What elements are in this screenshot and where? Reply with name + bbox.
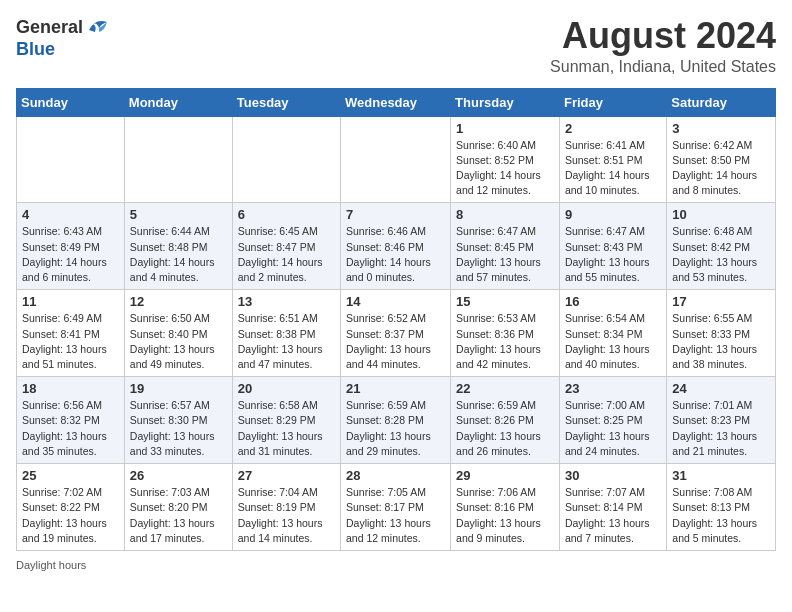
day-number: 15 — [456, 294, 554, 309]
calendar-day-header: Saturday — [667, 88, 776, 116]
day-info: Sunrise: 6:52 AM Sunset: 8:37 PM Dayligh… — [346, 311, 445, 372]
day-number: 14 — [346, 294, 445, 309]
calendar-week-row: 25Sunrise: 7:02 AM Sunset: 8:22 PM Dayli… — [17, 464, 776, 551]
day-info: Sunrise: 7:08 AM Sunset: 8:13 PM Dayligh… — [672, 485, 770, 546]
day-number: 6 — [238, 207, 335, 222]
day-number: 26 — [130, 468, 227, 483]
calendar-cell: 23Sunrise: 7:00 AM Sunset: 8:25 PM Dayli… — [559, 377, 666, 464]
day-number: 5 — [130, 207, 227, 222]
day-info: Sunrise: 6:57 AM Sunset: 8:30 PM Dayligh… — [130, 398, 227, 459]
calendar-cell: 15Sunrise: 6:53 AM Sunset: 8:36 PM Dayli… — [451, 290, 560, 377]
day-info: Sunrise: 6:42 AM Sunset: 8:50 PM Dayligh… — [672, 138, 770, 199]
logo-bird-icon — [87, 16, 109, 36]
day-info: Sunrise: 6:53 AM Sunset: 8:36 PM Dayligh… — [456, 311, 554, 372]
footer: Daylight hours — [16, 559, 776, 571]
day-number: 21 — [346, 381, 445, 396]
day-number: 4 — [22, 207, 119, 222]
day-number: 3 — [672, 121, 770, 136]
calendar-cell — [124, 116, 232, 203]
day-info: Sunrise: 7:02 AM Sunset: 8:22 PM Dayligh… — [22, 485, 119, 546]
day-number: 20 — [238, 381, 335, 396]
calendar-cell: 27Sunrise: 7:04 AM Sunset: 8:19 PM Dayli… — [232, 464, 340, 551]
day-info: Sunrise: 6:58 AM Sunset: 8:29 PM Dayligh… — [238, 398, 335, 459]
day-info: Sunrise: 6:47 AM Sunset: 8:43 PM Dayligh… — [565, 224, 661, 285]
day-number: 24 — [672, 381, 770, 396]
calendar-day-header: Wednesday — [341, 88, 451, 116]
day-info: Sunrise: 7:03 AM Sunset: 8:20 PM Dayligh… — [130, 485, 227, 546]
day-number: 11 — [22, 294, 119, 309]
day-info: Sunrise: 7:07 AM Sunset: 8:14 PM Dayligh… — [565, 485, 661, 546]
calendar-cell: 31Sunrise: 7:08 AM Sunset: 8:13 PM Dayli… — [667, 464, 776, 551]
main-title: August 2024 — [550, 16, 776, 56]
day-info: Sunrise: 6:49 AM Sunset: 8:41 PM Dayligh… — [22, 311, 119, 372]
calendar-cell: 11Sunrise: 6:49 AM Sunset: 8:41 PM Dayli… — [17, 290, 125, 377]
page-header: General Blue August 2024 Sunman, Indiana… — [16, 16, 776, 76]
day-info: Sunrise: 7:01 AM Sunset: 8:23 PM Dayligh… — [672, 398, 770, 459]
calendar-cell: 25Sunrise: 7:02 AM Sunset: 8:22 PM Dayli… — [17, 464, 125, 551]
calendar-cell: 9Sunrise: 6:47 AM Sunset: 8:43 PM Daylig… — [559, 203, 666, 290]
day-number: 1 — [456, 121, 554, 136]
calendar-cell: 28Sunrise: 7:05 AM Sunset: 8:17 PM Dayli… — [341, 464, 451, 551]
calendar-cell: 19Sunrise: 6:57 AM Sunset: 8:30 PM Dayli… — [124, 377, 232, 464]
calendar-cell: 8Sunrise: 6:47 AM Sunset: 8:45 PM Daylig… — [451, 203, 560, 290]
calendar-cell: 14Sunrise: 6:52 AM Sunset: 8:37 PM Dayli… — [341, 290, 451, 377]
calendar-cell: 18Sunrise: 6:56 AM Sunset: 8:32 PM Dayli… — [17, 377, 125, 464]
day-number: 31 — [672, 468, 770, 483]
calendar-cell: 12Sunrise: 6:50 AM Sunset: 8:40 PM Dayli… — [124, 290, 232, 377]
calendar-cell: 10Sunrise: 6:48 AM Sunset: 8:42 PM Dayli… — [667, 203, 776, 290]
calendar-cell: 20Sunrise: 6:58 AM Sunset: 8:29 PM Dayli… — [232, 377, 340, 464]
calendar-cell: 16Sunrise: 6:54 AM Sunset: 8:34 PM Dayli… — [559, 290, 666, 377]
day-info: Sunrise: 6:44 AM Sunset: 8:48 PM Dayligh… — [130, 224, 227, 285]
day-number: 17 — [672, 294, 770, 309]
calendar-week-row: 11Sunrise: 6:49 AM Sunset: 8:41 PM Dayli… — [17, 290, 776, 377]
day-number: 2 — [565, 121, 661, 136]
calendar-cell — [341, 116, 451, 203]
day-info: Sunrise: 6:54 AM Sunset: 8:34 PM Dayligh… — [565, 311, 661, 372]
title-area: August 2024 Sunman, Indiana, United Stat… — [550, 16, 776, 76]
calendar-cell: 5Sunrise: 6:44 AM Sunset: 8:48 PM Daylig… — [124, 203, 232, 290]
day-info: Sunrise: 6:47 AM Sunset: 8:45 PM Dayligh… — [456, 224, 554, 285]
day-number: 28 — [346, 468, 445, 483]
logo-general-text: General — [16, 18, 83, 38]
day-info: Sunrise: 7:06 AM Sunset: 8:16 PM Dayligh… — [456, 485, 554, 546]
calendar-header-row: SundayMondayTuesdayWednesdayThursdayFrid… — [17, 88, 776, 116]
day-info: Sunrise: 6:55 AM Sunset: 8:33 PM Dayligh… — [672, 311, 770, 372]
day-number: 18 — [22, 381, 119, 396]
daylight-label: Daylight hours — [16, 559, 86, 571]
day-number: 30 — [565, 468, 661, 483]
calendar-cell: 13Sunrise: 6:51 AM Sunset: 8:38 PM Dayli… — [232, 290, 340, 377]
calendar-cell: 21Sunrise: 6:59 AM Sunset: 8:28 PM Dayli… — [341, 377, 451, 464]
day-info: Sunrise: 6:59 AM Sunset: 8:28 PM Dayligh… — [346, 398, 445, 459]
day-info: Sunrise: 6:48 AM Sunset: 8:42 PM Dayligh… — [672, 224, 770, 285]
calendar-day-header: Monday — [124, 88, 232, 116]
day-info: Sunrise: 6:45 AM Sunset: 8:47 PM Dayligh… — [238, 224, 335, 285]
day-info: Sunrise: 6:41 AM Sunset: 8:51 PM Dayligh… — [565, 138, 661, 199]
day-info: Sunrise: 6:43 AM Sunset: 8:49 PM Dayligh… — [22, 224, 119, 285]
logo-blue-text: Blue — [16, 40, 109, 60]
calendar-cell: 6Sunrise: 6:45 AM Sunset: 8:47 PM Daylig… — [232, 203, 340, 290]
day-info: Sunrise: 6:40 AM Sunset: 8:52 PM Dayligh… — [456, 138, 554, 199]
day-number: 16 — [565, 294, 661, 309]
calendar-table: SundayMondayTuesdayWednesdayThursdayFrid… — [16, 88, 776, 551]
day-number: 13 — [238, 294, 335, 309]
calendar-cell: 29Sunrise: 7:06 AM Sunset: 8:16 PM Dayli… — [451, 464, 560, 551]
calendar-day-header: Thursday — [451, 88, 560, 116]
day-info: Sunrise: 6:51 AM Sunset: 8:38 PM Dayligh… — [238, 311, 335, 372]
day-number: 12 — [130, 294, 227, 309]
calendar-week-row: 1Sunrise: 6:40 AM Sunset: 8:52 PM Daylig… — [17, 116, 776, 203]
day-number: 25 — [22, 468, 119, 483]
day-number: 10 — [672, 207, 770, 222]
calendar-cell: 3Sunrise: 6:42 AM Sunset: 8:50 PM Daylig… — [667, 116, 776, 203]
day-number: 22 — [456, 381, 554, 396]
day-info: Sunrise: 6:59 AM Sunset: 8:26 PM Dayligh… — [456, 398, 554, 459]
calendar-cell: 1Sunrise: 6:40 AM Sunset: 8:52 PM Daylig… — [451, 116, 560, 203]
day-number: 29 — [456, 468, 554, 483]
day-number: 19 — [130, 381, 227, 396]
day-info: Sunrise: 6:56 AM Sunset: 8:32 PM Dayligh… — [22, 398, 119, 459]
day-number: 23 — [565, 381, 661, 396]
calendar-cell: 2Sunrise: 6:41 AM Sunset: 8:51 PM Daylig… — [559, 116, 666, 203]
calendar-cell: 26Sunrise: 7:03 AM Sunset: 8:20 PM Dayli… — [124, 464, 232, 551]
calendar-day-header: Tuesday — [232, 88, 340, 116]
calendar-cell — [17, 116, 125, 203]
day-number: 27 — [238, 468, 335, 483]
